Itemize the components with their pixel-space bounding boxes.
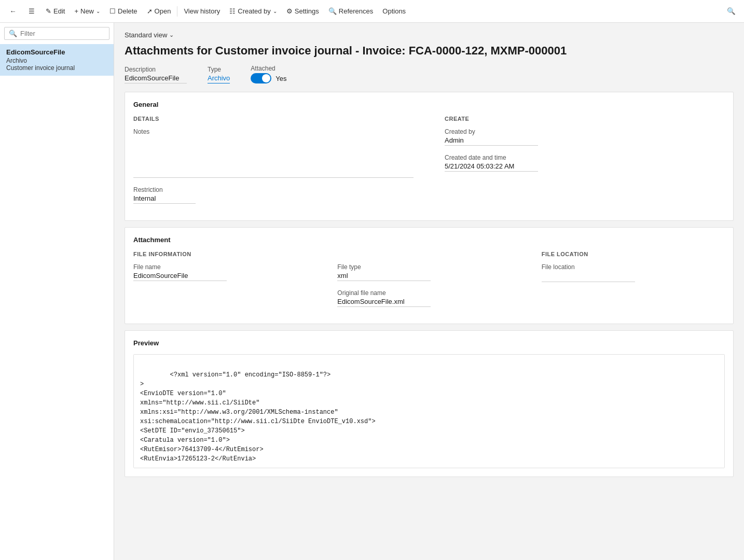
- file-location-label: File location: [542, 263, 725, 271]
- file-name-value[interactable]: EdicomSourceFile: [133, 272, 227, 281]
- file-location-value[interactable]: [542, 272, 635, 282]
- sidebar-item-title: EdicomSourceFile: [6, 48, 107, 56]
- top-navigation: ← ☰ ✎ Edit + New ⌄ ☐ Delete ➚ Open View …: [0, 0, 744, 23]
- chevron-down-icon-sv: ⌄: [169, 32, 174, 38]
- description-field: Description EdicomSourceFile: [125, 66, 187, 83]
- edit-icon: ✎: [46, 7, 51, 15]
- content-area: Standard view ⌄ Attachments for Customer…: [114, 23, 744, 560]
- filter-icon: ☷: [229, 7, 236, 15]
- page-title: Attachments for Customer invoice journal…: [125, 44, 734, 58]
- references-button[interactable]: 🔍 References: [324, 5, 377, 17]
- standard-view-bar[interactable]: Standard view ⌄: [125, 31, 734, 39]
- restriction-value[interactable]: Internal: [133, 194, 196, 204]
- toggle-knob: [262, 74, 270, 82]
- search-icon: 🔍: [727, 7, 736, 15]
- new-button[interactable]: + New ⌄: [70, 5, 104, 17]
- nav-separator-1: [177, 6, 177, 17]
- settings-button[interactable]: ⚙ Settings: [282, 5, 323, 17]
- preview-section-title: Preview: [133, 339, 725, 347]
- created-by-field: Created by Admin: [445, 128, 725, 146]
- edit-button[interactable]: ✎ Edit: [42, 5, 69, 17]
- file-type-label: File type: [337, 263, 520, 271]
- type-label: Type: [208, 66, 230, 73]
- file-info-header: FILE INFORMATION: [133, 251, 316, 257]
- attachment-three-col: FILE INFORMATION File name EdicomSourceF…: [133, 251, 725, 315]
- top-fields-row: Description EdicomSourceFile Type Archiv…: [125, 65, 734, 83]
- original-file-field: Original file name EdicomSourceFile.xml: [337, 289, 520, 307]
- file-type-col: SPACER File type xml Original file name …: [337, 251, 520, 315]
- attached-toggle-wrap: Yes: [251, 73, 286, 83]
- notes-value[interactable]: [133, 136, 414, 178]
- plus-icon: +: [74, 7, 78, 15]
- notes-field: Notes: [133, 128, 414, 178]
- back-button[interactable]: ←: [4, 3, 22, 20]
- preview-text: <?xml version="1.0" encoding="ISO-8859-1…: [140, 371, 376, 463]
- open-button[interactable]: ➚ Open: [143, 5, 175, 17]
- preview-card: Preview <?xml version="1.0" encoding="IS…: [125, 330, 734, 477]
- delete-icon: ☐: [109, 7, 116, 15]
- sidebar-filter-container[interactable]: 🔍: [4, 27, 109, 40]
- create-header: CREATE: [445, 116, 725, 122]
- description-label: Description: [125, 66, 187, 73]
- sidebar: 🔍 EdicomSourceFile Archivo Customer invo…: [0, 23, 114, 560]
- grid-icon: ☰: [29, 7, 35, 15]
- options-button[interactable]: Options: [378, 5, 410, 17]
- file-type-value[interactable]: xml: [337, 272, 431, 281]
- preview-content-box[interactable]: <?xml version="1.0" encoding="ISO-8859-1…: [133, 354, 725, 468]
- attached-label: Attached: [251, 65, 286, 72]
- chevron-down-icon-2: ⌄: [273, 8, 277, 14]
- created-date-value[interactable]: 5/21/2024 05:03:22 AM: [445, 162, 538, 172]
- original-file-value[interactable]: EdicomSourceFile.xml: [337, 298, 431, 307]
- file-info-col: FILE INFORMATION File name EdicomSourceF…: [133, 251, 316, 315]
- created-date-field: Created date and time 5/21/2024 05:03:22…: [445, 154, 725, 172]
- general-section-title: General: [133, 101, 725, 108]
- restriction-field: Restriction Internal: [133, 186, 414, 204]
- filter-search-icon: 🔍: [9, 30, 17, 37]
- original-file-label: Original file name: [337, 289, 520, 297]
- details-col: DETAILS Notes Restriction Internal: [133, 116, 414, 212]
- created-date-label: Created date and time: [445, 154, 725, 161]
- details-header: DETAILS: [133, 116, 414, 122]
- sidebar-item-sub2: Customer invoice journal: [6, 64, 107, 72]
- create-col: CREATE Created by Admin Created date and…: [445, 116, 725, 212]
- sidebar-item-sub1: Archivo: [6, 57, 107, 64]
- file-name-field: File name EdicomSourceFile: [133, 263, 316, 281]
- notes-label: Notes: [133, 128, 414, 135]
- created-by-button[interactable]: ☷ Created by ⌄: [225, 5, 281, 17]
- sidebar-filter-input[interactable]: [20, 30, 105, 37]
- file-location-header: FILE LOCATION: [542, 251, 725, 257]
- standard-view-label: Standard view: [125, 31, 167, 39]
- general-two-col: DETAILS Notes Restriction Internal CREAT…: [133, 116, 725, 212]
- general-card: General DETAILS Notes Restriction Intern…: [125, 92, 734, 221]
- attachment-section-title: Attachment: [133, 236, 725, 244]
- references-icon: 🔍: [328, 7, 337, 15]
- created-by-label: Created by: [445, 128, 725, 135]
- chevron-down-icon: ⌄: [96, 8, 100, 14]
- file-location-field: File location: [542, 263, 725, 284]
- file-name-label: File name: [133, 263, 316, 271]
- grid-menu-button[interactable]: ☰: [23, 3, 40, 20]
- created-by-value[interactable]: Admin: [445, 136, 538, 146]
- attachment-card: Attachment FILE INFORMATION File name Ed…: [125, 227, 734, 324]
- delete-button[interactable]: ☐ Delete: [105, 5, 142, 17]
- file-location-col: FILE LOCATION File location: [542, 251, 725, 315]
- type-value[interactable]: Archivo: [208, 74, 230, 83]
- open-icon: ➚: [147, 7, 153, 15]
- attached-value: Yes: [275, 75, 286, 82]
- attached-toggle[interactable]: [251, 73, 271, 83]
- attached-field: Attached Yes: [251, 65, 286, 83]
- view-history-button[interactable]: View history: [180, 5, 224, 17]
- gear-icon: ⚙: [286, 7, 293, 15]
- main-layout: 🔍 EdicomSourceFile Archivo Customer invo…: [0, 23, 744, 560]
- description-value[interactable]: EdicomSourceFile: [125, 74, 187, 83]
- restriction-label: Restriction: [133, 186, 414, 193]
- file-type-field: File type xml: [337, 263, 520, 281]
- type-field: Type Archivo: [208, 66, 230, 83]
- back-icon: ←: [9, 7, 16, 15]
- search-button[interactable]: 🔍: [722, 3, 740, 20]
- sidebar-item-edicomsourcefile[interactable]: EdicomSourceFile Archivo Customer invoic…: [0, 44, 114, 76]
